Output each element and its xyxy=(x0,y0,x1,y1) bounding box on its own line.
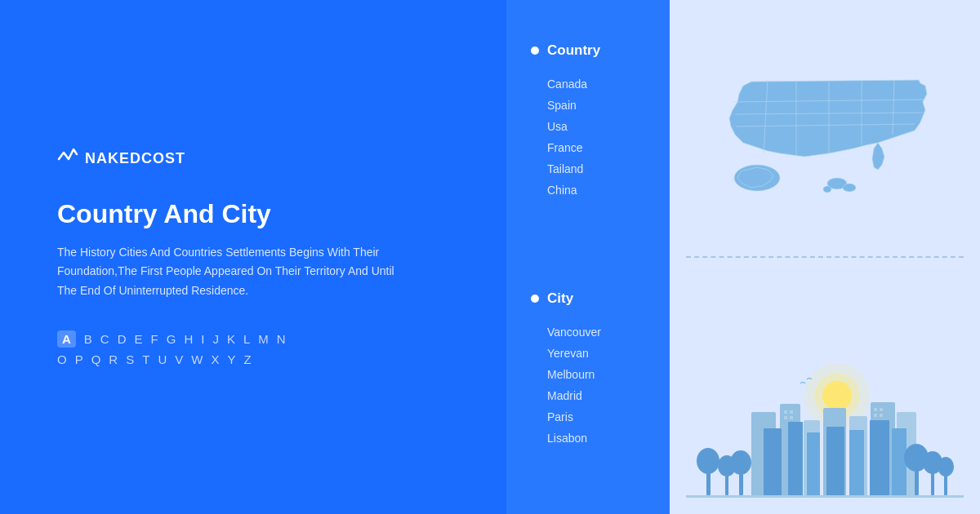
letter-P[interactable]: P xyxy=(75,352,83,366)
logo-text: NAKEDCOST xyxy=(85,150,185,167)
logo-icon xyxy=(57,148,78,169)
letter-F[interactable]: F xyxy=(151,332,158,346)
svg-rect-24 xyxy=(807,432,820,498)
logo: NAKEDCOST xyxy=(57,148,449,169)
list-item[interactable]: Canada xyxy=(547,73,645,95)
svg-rect-23 xyxy=(788,422,803,498)
svg-rect-34 xyxy=(880,408,883,411)
svg-rect-29 xyxy=(784,410,787,414)
letter-E[interactable]: E xyxy=(135,332,143,346)
list-item[interactable]: Tailand xyxy=(547,158,645,179)
svg-rect-33 xyxy=(874,408,877,411)
alphabet-section: A B C D E F G H I J K L M N O P Q R S T … xyxy=(57,330,449,366)
alphabet-row-1: A B C D E F G H I J K L M N xyxy=(57,330,449,348)
middle-panel: Country Canada Spain Usa France Tailand … xyxy=(506,0,670,514)
letter-J[interactable]: J xyxy=(212,332,219,346)
svg-rect-27 xyxy=(870,420,889,498)
svg-rect-35 xyxy=(874,414,877,417)
left-panel: NAKEDCOST Country And City The History C… xyxy=(0,0,506,514)
letter-I[interactable]: I xyxy=(201,332,204,346)
right-panel xyxy=(670,0,980,514)
svg-rect-31 xyxy=(784,416,787,419)
list-item[interactable]: France xyxy=(547,137,645,158)
letter-Y[interactable]: Y xyxy=(227,352,235,366)
svg-rect-48 xyxy=(944,474,947,495)
country-header: Country xyxy=(531,42,645,59)
list-item[interactable]: China xyxy=(547,179,645,201)
list-item[interactable]: Spain xyxy=(547,95,645,116)
svg-rect-32 xyxy=(790,416,793,419)
letter-K[interactable]: K xyxy=(227,332,235,346)
country-dot xyxy=(531,47,539,55)
page-description: The History Cities And Countries Settlem… xyxy=(57,243,408,301)
page-title: Country And City xyxy=(57,198,449,229)
svg-rect-26 xyxy=(849,430,864,498)
list-item[interactable]: Vancouver xyxy=(547,321,645,343)
letter-H[interactable]: H xyxy=(184,332,193,346)
letter-U[interactable]: U xyxy=(158,352,167,366)
alphabet-row-2: O P Q R S T U V W X Y Z xyxy=(57,352,449,366)
letter-A[interactable]: A xyxy=(57,330,76,348)
country-section: Country Canada Spain Usa France Tailand … xyxy=(506,0,670,266)
city-illustration xyxy=(670,258,980,514)
svg-rect-28 xyxy=(892,428,906,498)
svg-rect-37 xyxy=(686,495,964,498)
svg-point-11 xyxy=(823,186,831,193)
list-item[interactable]: Usa xyxy=(547,116,645,137)
letter-L[interactable]: L xyxy=(243,332,250,346)
svg-rect-25 xyxy=(826,427,844,498)
list-item[interactable]: Melbourn xyxy=(547,364,645,385)
list-item[interactable]: Yerevan xyxy=(547,343,645,364)
list-item[interactable]: Paris xyxy=(547,406,645,428)
letter-Z[interactable]: Z xyxy=(243,352,251,366)
svg-rect-30 xyxy=(790,410,793,414)
svg-rect-46 xyxy=(931,471,934,495)
map-section xyxy=(670,0,980,256)
svg-rect-40 xyxy=(725,473,728,495)
svg-rect-22 xyxy=(764,428,782,498)
letter-T[interactable]: T xyxy=(142,352,149,366)
letter-D[interactable]: D xyxy=(118,332,127,346)
letter-Q[interactable]: Q xyxy=(91,352,101,366)
letter-C[interactable]: C xyxy=(100,332,109,346)
letter-V[interactable]: V xyxy=(175,352,183,366)
letter-O[interactable]: O xyxy=(57,352,67,366)
city-header: City xyxy=(531,290,645,307)
svg-rect-44 xyxy=(915,467,919,495)
letter-X[interactable]: X xyxy=(211,352,219,366)
svg-point-39 xyxy=(697,448,719,474)
city-list: Vancouver Yerevan Melbourn Madrid Paris … xyxy=(531,321,645,449)
country-title: Country xyxy=(547,42,600,59)
list-item[interactable]: Madrid xyxy=(547,385,645,406)
usa-map xyxy=(702,55,947,202)
svg-point-49 xyxy=(938,457,954,476)
city-title: City xyxy=(547,290,573,307)
svg-point-10 xyxy=(843,184,856,192)
letter-N[interactable]: N xyxy=(277,332,286,346)
letter-S[interactable]: S xyxy=(126,352,134,366)
svg-rect-36 xyxy=(880,414,883,417)
letter-G[interactable]: G xyxy=(167,332,176,346)
country-list: Canada Spain Usa France Tailand China xyxy=(531,73,645,201)
letter-M[interactable]: M xyxy=(258,332,269,346)
letter-W[interactable]: W xyxy=(191,352,203,366)
svg-point-43 xyxy=(730,450,751,475)
letter-B[interactable]: B xyxy=(84,332,92,346)
letter-R[interactable]: R xyxy=(109,352,118,366)
city-section: City Vancouver Yerevan Melbourn Madrid P… xyxy=(506,266,670,514)
list-item[interactable]: Lisabon xyxy=(547,428,645,449)
city-dot xyxy=(531,295,539,303)
